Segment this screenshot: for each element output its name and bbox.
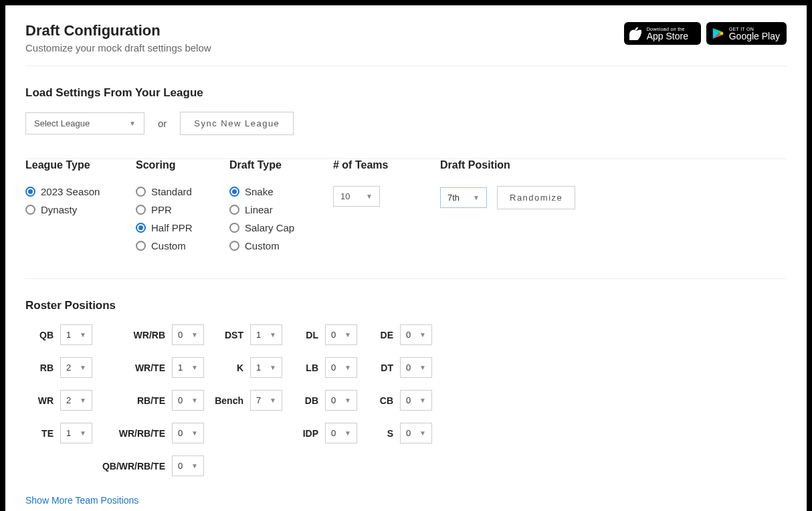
roster-value: 0 — [331, 428, 336, 438]
roster-select[interactable]: 0▼ — [325, 390, 357, 411]
google-play-icon — [712, 27, 724, 39]
roster-label: QB/WR/RB/TE — [102, 461, 165, 472]
radio-option[interactable]: Standard — [136, 186, 203, 197]
radio-label: PPR — [151, 204, 172, 215]
roster-item: LB0▼ — [290, 357, 357, 378]
header-row: Draft Configuration Customize your mock … — [25, 22, 787, 54]
roster-item: K1▼ — [212, 357, 282, 378]
roster-select[interactable]: 1▼ — [250, 357, 282, 378]
roster-select[interactable]: 2▼ — [60, 357, 92, 378]
divider — [25, 66, 787, 66]
roster-column: QB1▼RB2▼WR2▼TE1▼ — [25, 324, 92, 476]
radio-icon — [25, 187, 35, 197]
roster-column: DST1▼K1▼Bench7▼ — [212, 324, 282, 476]
draft-position-heading: Draft Position — [440, 159, 575, 171]
radio-label: Custom — [151, 240, 186, 251]
draft-position-select[interactable]: 7th ▼ — [440, 187, 487, 208]
roster-select[interactable]: 1▼ — [60, 423, 92, 443]
chevron-down-icon: ▼ — [419, 364, 426, 371]
league-type-heading: League Type — [25, 159, 109, 171]
roster-value: 0 — [178, 330, 183, 340]
roster-item: WR2▼ — [25, 390, 92, 411]
roster-select[interactable]: 0▼ — [172, 423, 204, 443]
app-store-text: Download on the App Store — [647, 27, 688, 41]
chevron-down-icon: ▼ — [366, 193, 373, 200]
roster-select[interactable]: 0▼ — [172, 324, 204, 345]
randomize-button[interactable]: Randomize — [497, 186, 575, 209]
roster-select[interactable]: 1▼ — [250, 324, 282, 345]
google-play-badge[interactable]: GET IT ON Google Play — [706, 22, 787, 45]
roster-select[interactable]: 0▼ — [400, 390, 432, 411]
roster-select[interactable]: 7▼ — [250, 390, 282, 411]
roster-select[interactable]: 0▼ — [172, 455, 204, 476]
draft-type-heading: Draft Type — [229, 159, 306, 171]
roster-item: RB/TE0▼ — [100, 390, 204, 411]
roster-select[interactable]: 0▼ — [325, 423, 357, 443]
load-heading: Load Settings From Your League — [25, 86, 787, 100]
roster-label: LB — [306, 363, 318, 373]
roster-value: 0 — [406, 330, 411, 340]
roster-select[interactable]: 2▼ — [60, 390, 92, 411]
chevron-down-icon: ▼ — [80, 429, 86, 437]
radio-option[interactable]: Linear — [229, 204, 306, 215]
page-container: Draft Configuration Customize your mock … — [5, 5, 807, 511]
league-select[interactable]: Select League ▼ — [25, 112, 144, 134]
roster-column: DE0▼DT0▼CB0▼S0▼ — [365, 324, 432, 476]
roster-item: CB0▼ — [365, 390, 432, 411]
roster-value: 2 — [66, 363, 71, 373]
roster-select[interactable]: 0▼ — [325, 324, 357, 345]
radio-option[interactable]: Snake — [229, 186, 306, 197]
radio-option[interactable]: PPR — [136, 204, 203, 215]
roster-value: 0 — [331, 363, 336, 373]
radio-label: 2023 Season — [41, 186, 100, 197]
radio-option[interactable]: Salary Cap — [229, 222, 306, 233]
num-teams-col: # of Teams 10 ▼ — [333, 159, 413, 207]
store-badges: Download on the App Store GET IT ON Goog… — [624, 22, 787, 45]
roster-select[interactable]: 1▼ — [60, 324, 92, 345]
roster-label: WR — [38, 395, 54, 406]
chevron-down-icon: ▼ — [419, 429, 426, 437]
chevron-down-icon: ▼ — [80, 364, 86, 371]
sync-league-button[interactable]: Sync New League — [180, 112, 294, 135]
roster-item: QB1▼ — [25, 324, 92, 345]
roster-select[interactable]: 0▼ — [400, 357, 432, 378]
draft-position-row: 7th ▼ Randomize — [440, 186, 575, 209]
num-teams-select[interactable]: 10 ▼ — [333, 186, 380, 207]
radio-option[interactable]: Half PPR — [136, 222, 203, 233]
roster-item: DE0▼ — [365, 324, 432, 345]
roster-value: 0 — [406, 363, 411, 373]
draft-position-value: 7th — [447, 193, 460, 203]
roster-value: 1 — [256, 363, 261, 373]
config-grid: League Type 2023 SeasonDynasty Scoring S… — [25, 159, 787, 251]
chevron-down-icon: ▼ — [191, 429, 198, 437]
roster-label: RB — [40, 363, 54, 373]
app-store-badge[interactable]: Download on the App Store — [624, 22, 701, 45]
roster-label: CB — [380, 395, 393, 406]
radio-option[interactable]: Custom — [136, 240, 203, 251]
roster-select[interactable]: 0▼ — [325, 357, 357, 378]
roster-item: TE1▼ — [25, 423, 92, 443]
show-more-link[interactable]: Show More Team Positions — [25, 495, 138, 506]
chevron-down-icon: ▼ — [270, 331, 276, 338]
chevron-down-icon: ▼ — [344, 397, 351, 404]
radio-option[interactable]: 2023 Season — [25, 186, 109, 197]
roster-section: Roster Positions QB1▼RB2▼WR2▼TE1▼WR/RB0▼… — [25, 299, 787, 506]
num-teams-heading: # of Teams — [333, 159, 413, 171]
or-text: or — [158, 118, 167, 129]
roster-item: DT0▼ — [365, 357, 432, 378]
roster-select[interactable]: 0▼ — [400, 423, 432, 443]
roster-select[interactable]: 1▼ — [172, 357, 204, 378]
radio-option[interactable]: Custom — [229, 240, 306, 251]
roster-value: 0 — [406, 395, 411, 405]
chevron-down-icon: ▼ — [270, 364, 276, 371]
radio-label: Salary Cap — [245, 222, 294, 233]
roster-label: IDP — [303, 428, 318, 439]
radio-icon — [229, 205, 239, 215]
radio-icon — [136, 205, 146, 215]
roster-select[interactable]: 0▼ — [400, 324, 432, 345]
roster-value: 2 — [66, 395, 71, 405]
roster-select[interactable]: 0▼ — [172, 390, 204, 411]
radio-option[interactable]: Dynasty — [25, 204, 109, 215]
league-select-text: Select League — [34, 118, 90, 128]
roster-label: DE — [381, 330, 393, 340]
